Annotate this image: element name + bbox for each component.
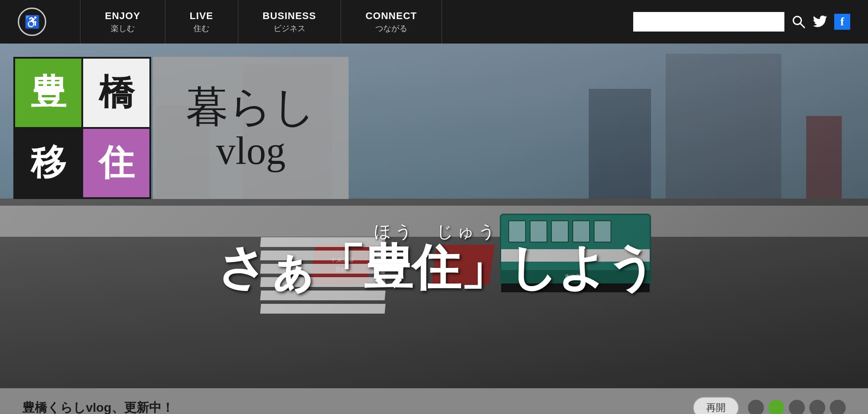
road-text-overlay: ほう じゅう さぁ「豊住」しよう — [217, 220, 656, 292]
bottom-bar-text: 豊橋くらしvlog、更新中！ — [22, 399, 174, 414]
nav-business[interactable]: BUSINESS ビジネス — [238, 0, 341, 44]
slide-dot-4[interactable] — [809, 400, 825, 414]
svg-line-1 — [800, 23, 804, 28]
facebook-icon[interactable]: f — [834, 14, 850, 30]
slide-dot-5[interactable] — [830, 400, 846, 414]
main-nav: ENJOY 楽しむ LIVE 住む BUSINESS ビジネス CONNECT … — [80, 0, 633, 44]
logo-cell-hashi: 橋 — [83, 59, 149, 127]
slide-dots — [748, 400, 846, 414]
logo-cell-i: 移 — [15, 129, 81, 197]
logo-cell-toyoashi: 豊 — [15, 59, 81, 127]
hero-section: 中央空港 豊橋 市内電車 豊 橋 移 住 暮らし vlog — [0, 44, 868, 388]
logo-icon: ♿ — [18, 8, 46, 36]
bottom-bar: 豊橋くらしvlog、更新中！ 再開 — [0, 388, 868, 414]
nav-enjoy[interactable]: ENJOY 楽しむ — [80, 0, 165, 44]
twitter-icon[interactable] — [813, 16, 827, 28]
slide-dot-2[interactable] — [768, 400, 784, 414]
main-road-text: さぁ「豊住」しよう — [217, 243, 656, 292]
header: ♿ ENJOY 楽しむ LIVE 住む BUSINESS ビジネス CONNEC… — [0, 0, 868, 44]
bottom-controls: 再開 — [693, 397, 846, 414]
vlog-title-overlay: 暮らし vlog — [153, 57, 349, 199]
slide-dot-1[interactable] — [748, 400, 764, 414]
logo-cell-ju: 住 — [83, 129, 149, 197]
nav-connect[interactable]: CONNECT つながる — [341, 0, 442, 44]
city-logo-overlay: 豊 橋 移 住 — [13, 57, 151, 199]
search-input[interactable] — [633, 12, 784, 32]
search-icon[interactable] — [792, 15, 806, 29]
vlog-title-line1: 暮らし — [186, 83, 316, 130]
slide-dot-3[interactable] — [789, 400, 805, 414]
site-logo[interactable]: ♿ — [18, 8, 62, 36]
nav-live[interactable]: LIVE 住む — [165, 0, 238, 44]
vlog-title-line2: vlog — [216, 130, 285, 173]
search-area: f — [633, 12, 850, 32]
restart-button[interactable]: 再開 — [693, 397, 739, 414]
